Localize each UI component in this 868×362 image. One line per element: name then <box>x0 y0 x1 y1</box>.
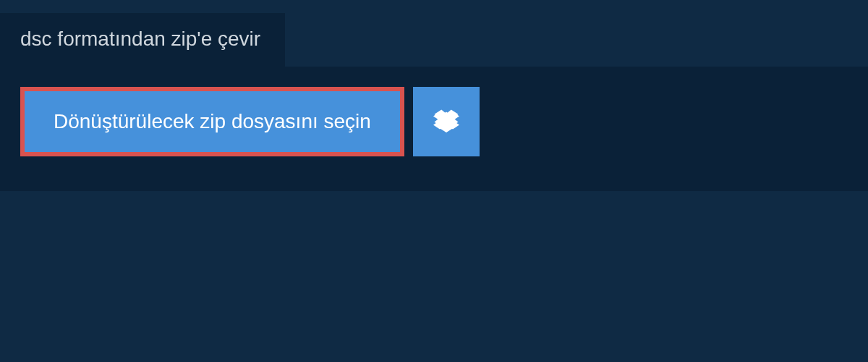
select-file-button[interactable]: Dönüştürülecek zip dosyasını seçin <box>20 87 404 156</box>
select-file-button-label: Dönüştürülecek zip dosyasını seçin <box>54 110 371 133</box>
dropbox-button[interactable] <box>413 87 480 156</box>
button-row: Dönüştürülecek zip dosyasını seçin <box>20 87 848 156</box>
tab-label: dsc formatından zip'e çevir <box>20 28 260 50</box>
tab-convert[interactable]: dsc formatından zip'e çevir <box>0 13 285 67</box>
convert-panel: Dönüştürülecek zip dosyasını seçin <box>0 67 868 191</box>
dropbox-icon <box>433 109 459 135</box>
tab-bar: dsc formatından zip'e çevir <box>0 0 868 67</box>
